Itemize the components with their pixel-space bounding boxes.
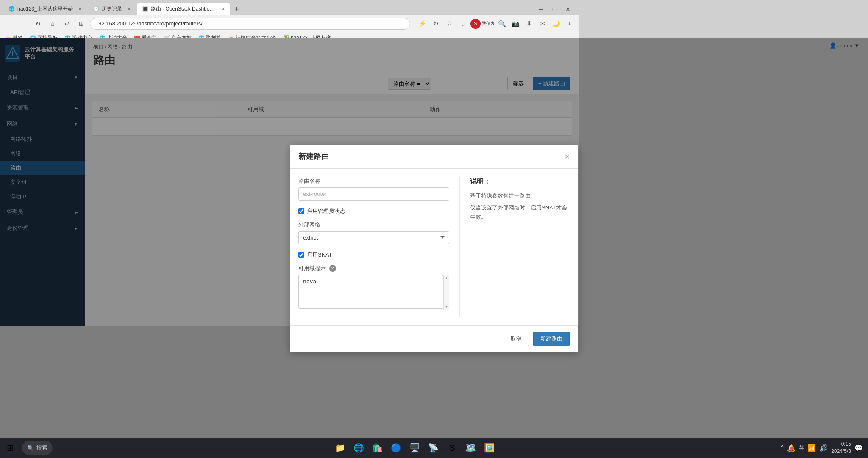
- tab-close[interactable]: ✕: [127, 6, 131, 12]
- star-btn[interactable]: ☆: [443, 18, 455, 30]
- maximize-btn[interactable]: □: [548, 3, 560, 15]
- availability-textarea-group: nova ▲ ▼: [298, 275, 449, 310]
- modal-description: 说明： 基于特殊参数创建一路由。 仅当设置了外部网络时，启用SNAT才会生效。: [459, 177, 570, 317]
- tab-history[interactable]: 🕐 历史记录 ✕: [88, 3, 136, 15]
- modal-title: 新建路由: [298, 151, 329, 162]
- admin-state-checkbox[interactable]: [298, 208, 304, 214]
- browser-actions: ⚡ ↻ ☆ ⌄ S 男子闯女厕要微信发淫秘信息被拘 🔍 📷 ⬇ ✂ 🌙 +: [416, 18, 576, 30]
- desc-line2: 仅当设置了外部网络时，启用SNAT才会生效。: [470, 203, 570, 222]
- search-btn[interactable]: 🔍: [496, 18, 508, 30]
- snat-group: 启用SNAT: [298, 251, 449, 259]
- modal-overlay: 新建路由 × 路由名称 启用管理员状态 外部网络: [0, 38, 579, 326]
- modal-footer: 取消 新建路由: [290, 325, 578, 326]
- download-btn[interactable]: ⬇: [523, 18, 535, 30]
- extension-btn[interactable]: ⚡: [416, 18, 428, 30]
- external-network-label: 外部网络: [298, 221, 449, 229]
- snat-label[interactable]: 启用SNAT: [307, 251, 332, 259]
- user-text: 男子闯女厕要微信发淫秘信息被拘: [482, 18, 494, 30]
- desc-title: 说明：: [470, 177, 570, 186]
- scissors-btn[interactable]: ✂: [537, 18, 548, 30]
- home-button[interactable]: ⌂: [47, 18, 58, 30]
- tab-favicon: 🕐: [93, 6, 99, 12]
- router-name-label: 路由名称: [298, 177, 449, 185]
- bookmark-toggle[interactable]: ⊞: [75, 18, 87, 30]
- address-text: 192.168.200.129/dashboard/project/router…: [95, 20, 203, 27]
- availability-hint-icon[interactable]: ?: [329, 265, 336, 272]
- tab-favicon: 🔳: [142, 6, 148, 12]
- tab-favicon: 🌐: [8, 6, 15, 12]
- modal-close-button[interactable]: ×: [565, 152, 570, 161]
- router-name-input[interactable]: [298, 187, 449, 201]
- tab-close[interactable]: ✕: [78, 6, 82, 12]
- desc-line1: 基于特殊参数创建一路由。: [470, 191, 570, 201]
- admin-state-label[interactable]: 启用管理员状态: [307, 207, 345, 215]
- textarea-scrollbar: ▲ ▼: [443, 275, 449, 310]
- tab-openstack[interactable]: 🔳 路由 - OpenStack Dashboard ✕: [137, 3, 230, 15]
- modal-header: 新建路由 ×: [290, 145, 578, 169]
- scroll-up[interactable]: ▲: [443, 275, 450, 282]
- external-network-select[interactable]: extnet: [298, 231, 449, 244]
- create-router-modal: 新建路由 × 路由名称 启用管理员状态 外部网络: [290, 145, 578, 326]
- sogou-btn[interactable]: S: [470, 19, 481, 29]
- tab-title: 路由 - OpenStack Dashboard: [151, 6, 216, 13]
- availability-hints-label: 可用域提示 ?: [298, 265, 449, 272]
- reload-btn2[interactable]: ↻: [430, 18, 442, 30]
- admin-state-group: 启用管理员状态: [298, 207, 449, 215]
- modal-form: 路由名称 启用管理员状态 外部网络 extnet: [298, 177, 449, 317]
- scroll-down[interactable]: ▼: [443, 303, 450, 310]
- availability-hints-group: 可用域提示 ? nova ▲ ▼: [298, 265, 449, 310]
- external-network-group: 外部网络 extnet: [298, 221, 449, 244]
- close-btn[interactable]: ✕: [562, 3, 574, 15]
- address-bar[interactable]: 192.168.200.129/dashboard/project/router…: [90, 18, 410, 30]
- browser-controls: ← → ↻ ⌂ ↩ ⊞ 192.168.200.129/dashboard/pr…: [0, 15, 579, 32]
- screenshot-btn[interactable]: 📷: [509, 18, 521, 30]
- minimize-btn[interactable]: ─: [535, 3, 547, 15]
- tab-title: hao123_上网从这里开始: [17, 6, 73, 13]
- snat-checkbox[interactable]: [298, 252, 304, 258]
- availability-textarea[interactable]: nova: [298, 275, 443, 309]
- back-history[interactable]: ↩: [61, 18, 73, 30]
- more-btn[interactable]: ⌄: [457, 18, 469, 30]
- tab-bar: 🌐 hao123_上网从这里开始 ✕ 🕐 历史记录 ✕ 🔳 路由 - OpenS…: [0, 0, 579, 15]
- tab-title: 历史记录: [102, 6, 122, 13]
- forward-button[interactable]: →: [18, 18, 30, 30]
- add-btn[interactable]: +: [564, 18, 576, 30]
- modal-body: 路由名称 启用管理员状态 外部网络 extnet: [290, 169, 578, 325]
- back-button[interactable]: ←: [3, 18, 15, 30]
- night-btn[interactable]: 🌙: [550, 18, 562, 30]
- new-tab-button[interactable]: +: [231, 3, 243, 15]
- tab-hao123[interactable]: 🌐 hao123_上网从这里开始 ✕: [3, 3, 87, 15]
- router-name-group: 路由名称: [298, 177, 449, 201]
- tab-close[interactable]: ✕: [221, 6, 225, 12]
- reload-button[interactable]: ↻: [32, 18, 44, 30]
